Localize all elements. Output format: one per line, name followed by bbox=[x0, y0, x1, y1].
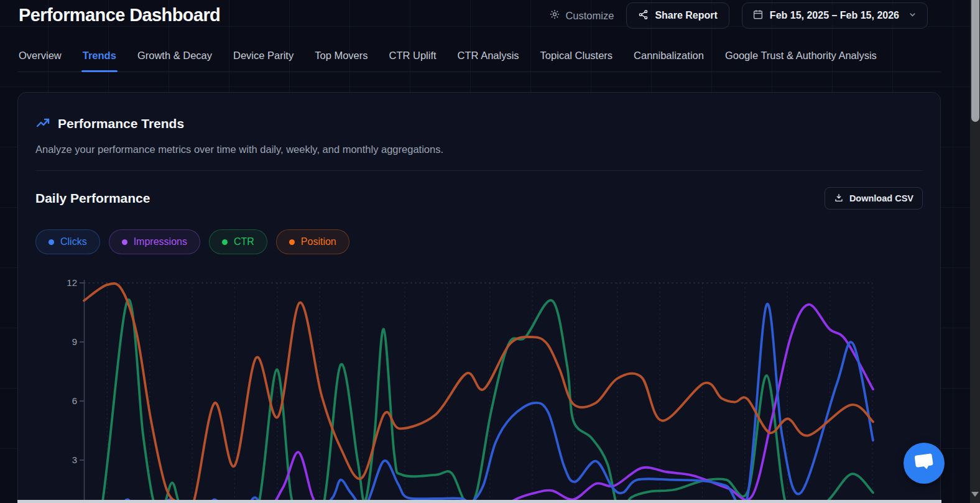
trending-up-icon bbox=[35, 115, 50, 132]
legend-label-ctr: CTR bbox=[234, 236, 254, 247]
gear-icon bbox=[549, 9, 560, 22]
chat-widget-button[interactable] bbox=[904, 443, 945, 484]
position-dot-icon bbox=[289, 239, 295, 245]
legend-label-position: Position bbox=[301, 236, 336, 247]
daily-performance-title: Daily Performance bbox=[35, 191, 150, 206]
page-title: Performance Dashboard bbox=[19, 5, 220, 25]
share-report-button[interactable]: Share Report bbox=[626, 2, 729, 29]
tab-growth-decay[interactable]: Growth & Decay bbox=[136, 44, 213, 72]
svg-text:6: 6 bbox=[72, 395, 77, 406]
calendar-icon bbox=[752, 9, 764, 22]
tab-topical-clusters[interactable]: Topical Clusters bbox=[539, 44, 614, 72]
tab-bar: Overview Trends Growth & Decay Device Pa… bbox=[17, 44, 941, 72]
tab-overview[interactable]: Overview bbox=[17, 44, 63, 72]
download-icon bbox=[834, 193, 844, 205]
tab-trends[interactable]: Trends bbox=[81, 44, 118, 72]
tab-ctr-uplift[interactable]: CTR Uplift bbox=[387, 44, 437, 72]
tab-cannibalization[interactable]: Cannibalization bbox=[632, 44, 705, 72]
daily-performance-chart: 12963 bbox=[0, 277, 941, 503]
chat-bubble-icon bbox=[913, 453, 935, 474]
tab-device-parity[interactable]: Device Parity bbox=[232, 44, 295, 72]
impressions-dot-icon bbox=[122, 239, 127, 245]
tab-ctr-analysis[interactable]: CTR Analysis bbox=[456, 44, 520, 72]
daily-performance-header: Daily Performance Download CSV bbox=[18, 171, 940, 210]
scrollbar-down-arrow-icon[interactable] bbox=[971, 492, 979, 497]
card-header: Performance Trends Analyze your performa… bbox=[18, 93, 940, 171]
share-icon bbox=[638, 9, 649, 22]
svg-text:3: 3 bbox=[72, 455, 77, 465]
download-csv-button[interactable]: Download CSV bbox=[825, 187, 923, 210]
legend-pill-clicks[interactable]: Clicks bbox=[35, 229, 100, 254]
scrollbar-thumb[interactable] bbox=[971, 0, 979, 122]
svg-text:9: 9 bbox=[72, 336, 77, 347]
below-fold-content-edge bbox=[17, 500, 941, 503]
download-csv-label: Download CSV bbox=[849, 193, 913, 203]
legend-pill-position[interactable]: Position bbox=[276, 229, 349, 254]
performance-dashboard-page: Performance Dashboard Customize bbox=[0, 0, 980, 503]
top-bar: Performance Dashboard Customize bbox=[0, 0, 970, 35]
legend-label-clicks: Clicks bbox=[60, 236, 87, 247]
legend-label-impressions: Impressions bbox=[134, 236, 187, 247]
share-report-label: Share Report bbox=[655, 10, 717, 21]
legend-pill-ctr[interactable]: CTR bbox=[209, 229, 267, 254]
ctr-dot-icon bbox=[222, 239, 228, 245]
top-bar-actions: Customize Share Report F bbox=[549, 2, 928, 29]
date-range-picker[interactable]: Feb 15, 2025 – Feb 15, 2026 bbox=[742, 2, 928, 29]
tab-google-trust-authority[interactable]: Google Trust & Authority Analysis bbox=[724, 44, 878, 72]
legend-pill-impressions[interactable]: Impressions bbox=[109, 229, 200, 254]
customize-label: Customize bbox=[565, 10, 614, 22]
date-range-label: Feb 15, 2025 – Feb 15, 2026 bbox=[770, 10, 899, 21]
svg-text:12: 12 bbox=[67, 277, 77, 288]
tab-top-movers[interactable]: Top Movers bbox=[313, 44, 369, 72]
clicks-dot-icon bbox=[49, 239, 54, 245]
vertical-scrollbar[interactable] bbox=[970, 0, 980, 503]
metric-legend: Clicks Impressions CTR Position bbox=[18, 210, 940, 254]
chevron-down-icon bbox=[908, 10, 917, 22]
card-title: Performance Trends bbox=[58, 116, 184, 131]
customize-button[interactable]: Customize bbox=[549, 9, 614, 22]
card-subtitle: Analyze your performance metrics over ti… bbox=[35, 144, 923, 155]
